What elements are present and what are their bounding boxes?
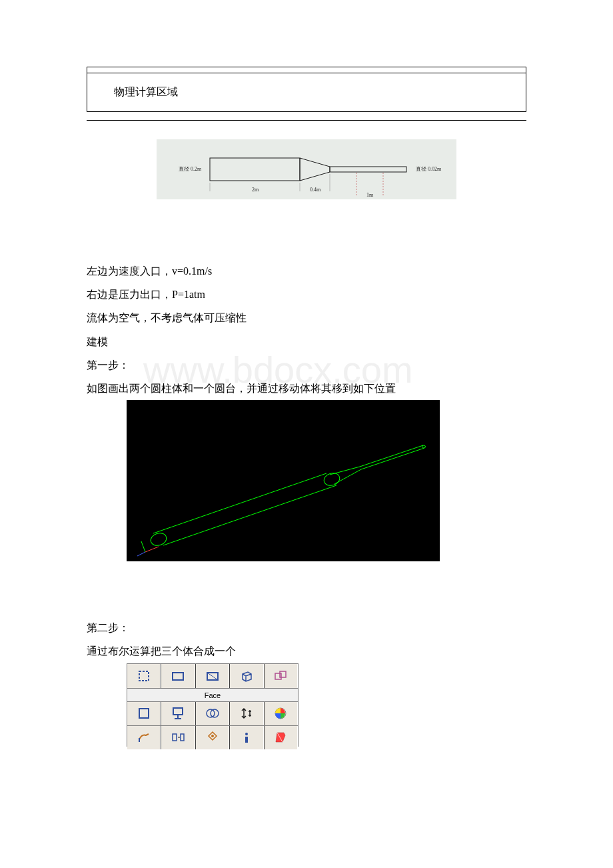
svg-rect-38	[245, 737, 248, 743]
svg-rect-2	[330, 167, 406, 172]
move-copy-face-button[interactable]	[229, 702, 263, 725]
physics-diagram-container: 直径 0.2m 直径 0.02m 2m 0.4m 1m	[87, 139, 526, 199]
svg-point-37	[245, 733, 248, 735]
fluid-description-line: 流体为空气，不考虑气体可压缩性	[87, 306, 526, 329]
svg-line-24	[207, 673, 218, 680]
step1-heading: 第一步：	[87, 353, 526, 377]
svg-rect-34	[173, 734, 177, 741]
title-heading: 物理计算区域	[87, 73, 526, 111]
svg-rect-28	[173, 708, 183, 715]
right-diameter-label: 直径 0.02m	[416, 166, 442, 172]
split-face-button[interactable]	[264, 702, 298, 725]
create-volume-button[interactable]	[229, 664, 263, 688]
step1-description: 如图画出两个圆柱体和一个圆台，并通过移动体将其移到如下位置	[87, 377, 526, 400]
modeling-heading: 建模	[87, 330, 526, 353]
length-04m-label: 0.4m	[310, 187, 321, 193]
delete-face-button[interactable]	[264, 726, 298, 749]
gambit-toolbar: Face	[127, 663, 299, 747]
create-group-button[interactable]	[264, 664, 298, 688]
inlet-velocity-line: 左边为速度入口，v=0.1m/s	[87, 259, 526, 283]
content-block: 左边为速度入口，v=0.1m/s 右边是压力出口，P=1atm 流体为空气，不考…	[87, 259, 526, 747]
svg-marker-1	[300, 158, 330, 181]
step2-description: 通过布尔运算把三个体合成一个	[87, 639, 526, 663]
svg-rect-8	[127, 400, 440, 561]
length-1m-label: 1m	[366, 192, 374, 198]
physics-diagram: 直径 0.2m 直径 0.02m 2m 0.4m 1m	[157, 139, 456, 199]
svg-rect-27	[139, 709, 149, 718]
left-diameter-label: 直径 0.2m	[179, 166, 202, 172]
svg-point-36	[211, 735, 214, 737]
svg-rect-22	[173, 673, 183, 680]
create-edge-button[interactable]	[161, 664, 195, 688]
length-2m-label: 2m	[252, 187, 259, 193]
sweep-face-button[interactable]	[127, 726, 161, 749]
create-vertex-button[interactable]	[127, 664, 161, 688]
title-box: 物理计算区域	[87, 67, 526, 121]
summarize-face-button[interactable]	[229, 726, 263, 749]
modify-face-button[interactable]	[195, 726, 229, 749]
svg-rect-35	[181, 734, 184, 741]
face-row-label: Face	[127, 688, 298, 701]
wireframe-face-button[interactable]	[161, 702, 195, 725]
align-face-button[interactable]	[161, 726, 195, 749]
outlet-pressure-line: 右边是压力出口，P=1atm	[87, 283, 526, 306]
svg-rect-0	[210, 158, 300, 181]
boolean-face-button[interactable]	[195, 702, 229, 725]
form-face-button[interactable]	[127, 702, 161, 725]
cad-wireframe-image	[127, 400, 440, 561]
create-face-button[interactable]	[195, 664, 229, 688]
step2-heading: 第二步：	[87, 616, 526, 639]
svg-rect-21	[139, 671, 149, 681]
